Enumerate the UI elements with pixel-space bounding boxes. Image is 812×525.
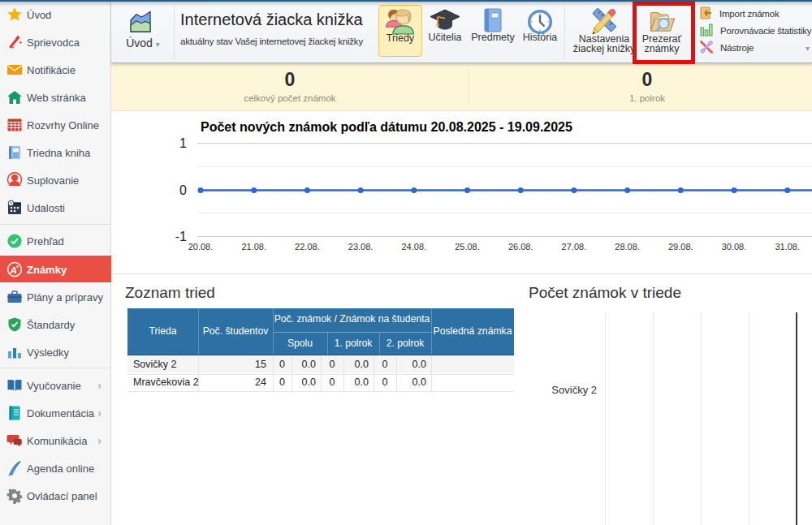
svg-text:28.08.: 28.08.: [615, 242, 640, 252]
svg-text:27.08.: 27.08.: [562, 242, 587, 252]
svg-text:31.08.: 31.08.: [775, 242, 800, 252]
svg-text:21.08.: 21.08.: [241, 242, 266, 252]
svg-text:22.08.: 22.08.: [295, 242, 320, 252]
svg-text:26.08.: 26.08.: [508, 242, 533, 252]
svg-text:0: 0: [179, 183, 187, 197]
svg-text:24.08.: 24.08.: [402, 242, 427, 252]
svg-text:23.08.: 23.08.: [348, 242, 374, 252]
svg-text:20.08.: 20.08.: [188, 242, 214, 252]
svg-text:29.08.: 29.08.: [668, 242, 693, 252]
svg-text:30.08.: 30.08.: [722, 242, 747, 252]
svg-text:Počet nových známok podľa dátu: Počet nových známok podľa dátumu 20.08.2…: [201, 120, 572, 134]
svg-text:-1: -1: [175, 230, 187, 243]
svg-text:1: 1: [179, 136, 187, 150]
svg-text:25.08.: 25.08.: [455, 242, 480, 252]
